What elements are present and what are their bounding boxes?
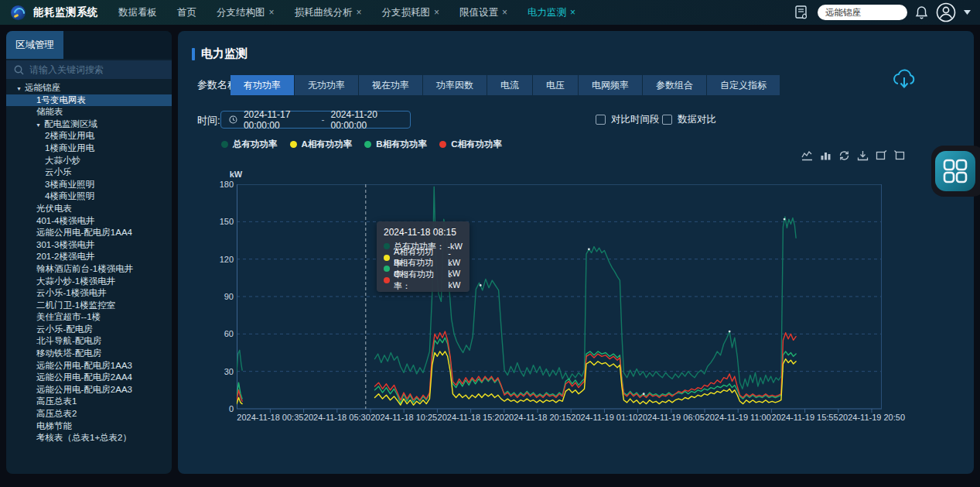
tab-close-icon[interactable]: × <box>269 7 275 18</box>
tree-item[interactable]: 4楼商业照明 <box>6 190 172 203</box>
tree-item[interactable]: 二机门卫-1楼监控室 <box>6 300 172 312</box>
compare-time-checkbox[interactable]: 对比时间段 <box>596 113 660 126</box>
caret-down-icon[interactable]: ▾ <box>37 120 44 131</box>
avatar-icon[interactable] <box>936 2 956 22</box>
tree-item[interactable]: 北斗导航-配电房 <box>6 335 172 348</box>
tree-item[interactable]: 考核表（总表1+总表2） <box>6 432 172 444</box>
zoom-reset-icon[interactable] <box>894 150 906 161</box>
line-chart-icon[interactable] <box>801 150 813 161</box>
param-button[interactable]: 电压 <box>533 75 578 95</box>
tree-item-label: 3楼商业照明 <box>45 180 94 189</box>
report-icon[interactable] <box>794 5 810 19</box>
bar-chart-icon[interactable] <box>820 150 831 161</box>
param-button[interactable]: 参数组合 <box>643 75 706 95</box>
checkbox-icon[interactable] <box>662 115 672 125</box>
nav-tab[interactable]: 分支结构图× <box>217 6 275 19</box>
nav-tab-label: 限值设置 <box>459 6 498 19</box>
tree-item[interactable]: 301-3楼强电井 <box>6 239 172 252</box>
tree-item[interactable]: 移动铁塔-配电房 <box>6 348 172 360</box>
tab-close-icon[interactable]: × <box>570 7 575 18</box>
download-icon[interactable] <box>857 150 869 161</box>
topbar: 能耗监测系统 数据看板首页分支结构图×损耗曲线分析×分支损耗图×限值设置×电力监… <box>0 0 980 25</box>
tree-item[interactable]: ▾远能锦座 <box>6 82 172 94</box>
tree-item-label: 大蒜小炒 <box>45 156 80 165</box>
tab-close-icon[interactable]: × <box>357 7 362 18</box>
sidebar-tree: ▾远能锦座1号变电网表储能表▾配电监测区域2楼商业用电1楼商业用电大蒜小炒云小乐… <box>6 82 172 444</box>
tree-item[interactable]: 远能公用电-配电房2AA3 <box>6 384 172 396</box>
date-range-picker[interactable]: 2024-11-17 00:00:00 - 2024-11-20 00:00:0… <box>220 111 411 129</box>
legend-item[interactable]: A相有功功率 <box>290 139 353 150</box>
tree-item-label: 2楼商业用电 <box>45 131 94 140</box>
nav-tab[interactable]: 首页 <box>177 6 196 19</box>
y-axis-unit: kW <box>223 170 249 179</box>
tree-item[interactable]: 3楼商业照明 <box>6 179 172 191</box>
tree-item[interactable]: 401-4楼强电井 <box>6 215 172 228</box>
caret-down-icon[interactable]: ▾ <box>18 84 25 94</box>
param-button[interactable]: 电网频率 <box>579 75 642 95</box>
tree-item-label: 401-4楼强电井 <box>36 216 94 225</box>
nav-tab[interactable]: 数据看板 <box>118 6 157 19</box>
param-button[interactable]: 电流 <box>487 75 532 95</box>
chart-tooltip: 2024-11-18 08:15 总有功功率：-kWA相有功功率：-kWB相有功… <box>377 221 470 292</box>
tree-item[interactable]: 储能表 <box>6 106 172 118</box>
tree-item[interactable]: 201-2楼强电井 <box>6 251 172 263</box>
cloud-download-icon[interactable] <box>891 67 917 94</box>
tab-close-icon[interactable]: × <box>434 7 439 18</box>
tree-item[interactable]: 高压总表1 <box>6 396 172 408</box>
tree-item[interactable]: 远能公用电-配电房2AA4 <box>6 372 172 384</box>
series-dot-icon <box>384 243 390 249</box>
tree-item[interactable]: 云小乐 <box>6 166 172 179</box>
tree-item-label: 远能公用电-配电房2AA4 <box>36 372 132 382</box>
app-title: 能耗监测系统 <box>33 5 98 19</box>
tree-item[interactable]: 远能公用电-配电房1AA3 <box>6 360 172 372</box>
param-button[interactable]: 有功功率 <box>230 75 294 95</box>
legend-item[interactable]: 总有功功率 <box>221 139 278 150</box>
tree-item[interactable]: 远能公用电-配电房1AA4 <box>6 227 172 239</box>
tree-item-label: 高压总表2 <box>36 409 77 418</box>
search-input[interactable] <box>29 64 161 75</box>
chart-svg[interactable] <box>237 184 882 414</box>
x-tick-label: 2024-11-19 15:55 <box>772 413 838 422</box>
legend-item[interactable]: C相有功功率 <box>439 139 502 150</box>
tree-item[interactable]: 电梯节能 <box>6 420 172 433</box>
x-tick-label: 2024-11-19 06:05 <box>638 413 705 422</box>
tree-item-label: 二机门卫-1楼监控室 <box>36 300 115 310</box>
param-button[interactable]: 自定义指标 <box>707 75 780 95</box>
tree-item-label: 翰林酒店前台-1楼强电井 <box>36 264 133 273</box>
tree-item[interactable]: 高压总表2 <box>6 408 172 420</box>
nav-tab[interactable]: 分支损耗图× <box>382 6 440 19</box>
tree-item-label: 考核表（总表1+总表2） <box>36 433 131 442</box>
checkbox-icon[interactable] <box>596 115 606 125</box>
tab-close-icon[interactable]: × <box>502 7 507 18</box>
param-button[interactable]: 视在功率 <box>359 75 422 95</box>
nav-tab[interactable]: 电力监测× <box>528 6 575 19</box>
tree-item[interactable]: 1号变电网表 <box>6 94 172 107</box>
tree-item[interactable]: 1楼商业用电 <box>6 142 172 155</box>
tab-area-management[interactable]: 区域管理 <box>6 31 63 59</box>
tree-item-label: 配电监测区域 <box>44 119 97 129</box>
nav-tab[interactable]: 限值设置× <box>459 6 507 19</box>
restore-icon[interactable] <box>838 150 850 161</box>
tree-item[interactable]: 大蒜小炒 <box>6 155 172 167</box>
tree-item[interactable]: ▾配电监测区域 <box>6 118 172 131</box>
zoom-icon[interactable] <box>876 150 887 161</box>
param-button[interactable]: 功率因数 <box>423 75 487 95</box>
apps-grid-button[interactable] <box>935 151 975 191</box>
caret-down-icon[interactable] <box>964 10 971 15</box>
tree-item[interactable]: 2楼商业用电 <box>6 130 172 142</box>
legend-item[interactable]: B相有功功率 <box>364 139 427 150</box>
nav-tab-label: 首页 <box>177 6 196 19</box>
tree-item[interactable]: 翰林酒店前台-1楼强电井 <box>6 263 172 276</box>
tree-item[interactable]: 云小乐-配电房 <box>6 324 172 336</box>
tree-item[interactable]: 光伏电表 <box>6 203 172 215</box>
tooltip-row: C相有功功率：-kW <box>384 275 463 286</box>
tree-item[interactable]: 云小乐-1楼强电井 <box>6 287 172 300</box>
legend-dot-icon <box>364 141 371 148</box>
tree-item[interactable]: 大蒜小炒-1楼强电井 <box>6 276 172 288</box>
tree-item[interactable]: 美佳宜超市--1楼 <box>6 311 172 324</box>
project-select-input[interactable] <box>818 5 907 20</box>
bell-icon[interactable] <box>915 5 928 19</box>
nav-tab[interactable]: 损耗曲线分析× <box>295 6 362 19</box>
compare-data-checkbox[interactable]: 数据对比 <box>662 113 716 126</box>
param-button[interactable]: 无功功率 <box>295 75 358 95</box>
